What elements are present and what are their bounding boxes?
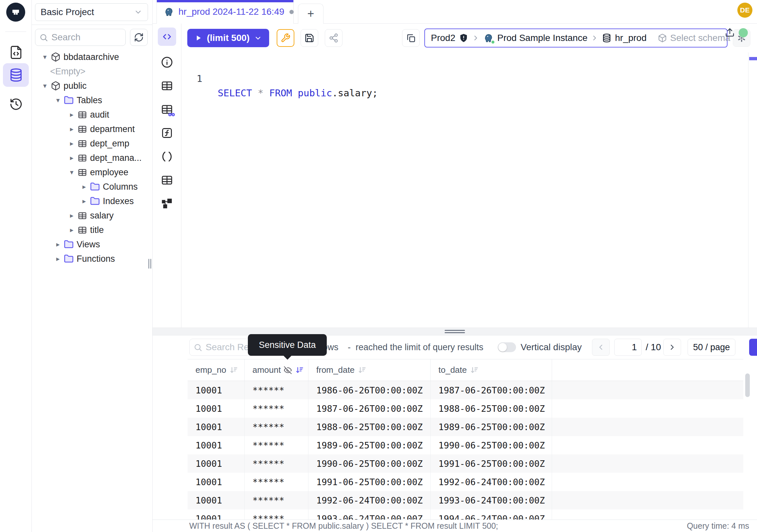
sort-icon[interactable] <box>229 365 238 375</box>
caret-right-icon[interactable]: ▸ <box>66 212 77 219</box>
cell[interactable]: 1987-06-26T00:00:00Z <box>308 399 431 418</box>
caret-down-icon[interactable]: ▾ <box>39 53 51 61</box>
cell[interactable]: 10001 <box>188 454 245 473</box>
sidebar-item-databases[interactable] <box>3 63 29 87</box>
column-header-amount[interactable]: amount <box>245 360 308 381</box>
vertical-display-toggle[interactable] <box>498 342 516 352</box>
cell[interactable]: 10001 <box>188 436 245 454</box>
schema-diagram-panel-button[interactable] <box>160 197 174 211</box>
table-row[interactable]: 10001******1990-06-25T00:00:00Z1991-06-2… <box>188 454 743 473</box>
cell[interactable]: 1986-06-26T00:00:00Z <box>308 381 431 399</box>
masked-data-panel-button[interactable] <box>160 102 174 117</box>
cell-masked[interactable]: ****** <box>245 473 308 491</box>
caret-right-icon[interactable]: ▸ <box>66 140 77 147</box>
sidebar-search-input[interactable] <box>51 32 121 43</box>
upload-sql-button[interactable] <box>725 27 735 37</box>
cell[interactable]: 1987-06-26T00:00:00Z <box>431 381 552 399</box>
save-worksheet-button[interactable] <box>301 29 318 47</box>
cell-masked[interactable]: ****** <box>245 381 308 399</box>
connection-context-button[interactable]: Prod2 Prod Sample Instance hr_prod <box>425 29 652 47</box>
sql-code-area[interactable]: 1 SELECT * FROM public.salary; <box>181 52 748 328</box>
cell[interactable]: 1993-06-24T00:00:00Z <box>431 491 552 509</box>
cell[interactable]: 1991-06-25T00:00:00Z <box>308 473 431 491</box>
table-row[interactable]: 10001******1992-06-24T00:00:00Z1993-06-2… <box>188 491 743 509</box>
cell[interactable]: 1991-06-25T00:00:00Z <box>431 454 552 473</box>
tree-item-tables[interactable]: ▾ Tables <box>32 93 152 108</box>
cell[interactable]: 1988-06-25T00:00:00Z <box>308 418 431 436</box>
sort-icon[interactable] <box>357 365 366 375</box>
sort-icon[interactable] <box>295 365 304 375</box>
cell-masked[interactable]: ****** <box>245 454 308 473</box>
cell[interactable]: 10001 <box>188 473 245 491</box>
results-panel-resizer[interactable] <box>153 328 757 335</box>
cell-masked[interactable]: ****** <box>245 418 308 436</box>
cell[interactable]: 1989-06-25T00:00:00Z <box>308 436 431 454</box>
column-header-emp-no[interactable]: emp_no <box>188 360 245 381</box>
procedures-panel-button[interactable] <box>160 149 174 164</box>
caret-right-icon[interactable]: ▸ <box>66 154 77 162</box>
table-row[interactable]: 10001******1987-06-26T00:00:00Z1988-06-2… <box>188 399 743 418</box>
caret-right-icon[interactable]: ▸ <box>52 240 64 248</box>
table-row[interactable]: 10001******1986-06-26T00:00:00Z1987-06-2… <box>188 381 743 399</box>
cell[interactable]: 10001 <box>188 399 245 418</box>
sidebar-search-box[interactable] <box>35 29 126 46</box>
caret-right-icon[interactable]: ▸ <box>66 111 77 119</box>
cell[interactable]: 1990-06-25T00:00:00Z <box>308 454 431 473</box>
tree-item-public[interactable]: ▾ public <box>32 78 152 93</box>
sidebar-item-history[interactable] <box>3 92 29 116</box>
bytebase-logo[interactable] <box>6 3 25 22</box>
cell-masked[interactable]: ****** <box>245 491 308 509</box>
cell[interactable]: 1994-06-24T00:00:00Z <box>431 509 552 519</box>
cell[interactable]: 1992-06-24T00:00:00Z <box>308 491 431 509</box>
column-header-to-date[interactable]: to_date <box>431 360 552 381</box>
tables-panel-button[interactable] <box>160 78 174 93</box>
table-row[interactable]: 10001******1988-06-25T00:00:00Z1989-06-2… <box>188 418 743 436</box>
tree-item-title[interactable]: ▸ title <box>32 223 152 237</box>
tree-item-bbdataarchive[interactable]: ▾ bbdataarchive <box>32 50 152 64</box>
caret-right-icon[interactable]: ▸ <box>52 255 64 263</box>
share-worksheet-button[interactable] <box>325 29 343 47</box>
external-tables-panel-button[interactable] <box>160 173 174 187</box>
tree-item-dept-emp[interactable]: ▸ dept_emp <box>32 136 152 151</box>
caret-right-icon[interactable]: ▸ <box>66 125 77 133</box>
sidebar-resize-handle[interactable] <box>148 259 152 268</box>
table-row[interactable]: 10001******1991-06-25T00:00:00Z1992-06-2… <box>188 473 743 491</box>
next-page-button[interactable] <box>663 339 681 356</box>
chevron-down-icon[interactable] <box>254 34 262 42</box>
cell[interactable]: 1992-06-24T00:00:00Z <box>431 473 552 491</box>
cell-masked[interactable]: ****** <box>245 436 308 454</box>
cell[interactable]: 10001 <box>188 509 245 519</box>
tree-item-indexes[interactable]: ▸ Indexes <box>32 194 152 208</box>
table-row[interactable]: 10001******1989-06-25T00:00:00Z1990-06-2… <box>188 436 743 454</box>
caret-down-icon[interactable]: ▾ <box>52 96 64 104</box>
tree-item-views[interactable]: ▸ Views <box>32 237 152 252</box>
cell[interactable]: 1993-06-24T00:00:00Z <box>308 509 431 519</box>
tree-item-columns[interactable]: ▸ Columns <box>32 179 152 194</box>
schema-selector[interactable]: Select schema <box>652 29 736 47</box>
prev-page-button[interactable] <box>592 339 610 356</box>
cell-masked[interactable]: ****** <box>245 509 308 519</box>
sort-icon[interactable] <box>469 365 479 375</box>
tab-hr-prod[interactable]: hr_prod 2024-11-22 16:49 <box>157 0 294 24</box>
tree-item-audit[interactable]: ▸ audit <box>32 108 152 122</box>
page-size-selector[interactable]: 50 / page <box>687 339 735 356</box>
cell[interactable]: 1988-06-25T00:00:00Z <box>431 399 552 418</box>
avatar[interactable]: DE <box>737 3 752 18</box>
tree-item-department[interactable]: ▸ department <box>32 122 152 136</box>
sidebar-item-worksheets[interactable] <box>3 41 29 64</box>
column-header-from-date[interactable]: from_date <box>308 360 431 381</box>
new-tab-button[interactable]: + <box>298 4 323 24</box>
caret-right-icon[interactable]: ▸ <box>78 197 90 205</box>
cell[interactable]: 10001 <box>188 418 245 436</box>
format-sql-button[interactable] <box>277 29 294 47</box>
caret-down-icon[interactable]: ▾ <box>39 82 51 90</box>
caret-right-icon[interactable]: ▸ <box>66 226 77 234</box>
export-button[interactable] <box>749 339 757 356</box>
tree-item-dept-manager[interactable]: ▸ dept_mana... <box>32 151 152 165</box>
info-panel-button[interactable] <box>160 55 174 70</box>
tree-item-functions[interactable]: ▸ Functions <box>32 252 152 266</box>
cell[interactable]: 10001 <box>188 381 245 399</box>
tree-item-salary[interactable]: ▸ salary <box>32 208 152 223</box>
caret-right-icon[interactable]: ▸ <box>78 183 90 191</box>
tree-item-employee[interactable]: ▾ employee <box>32 165 152 179</box>
